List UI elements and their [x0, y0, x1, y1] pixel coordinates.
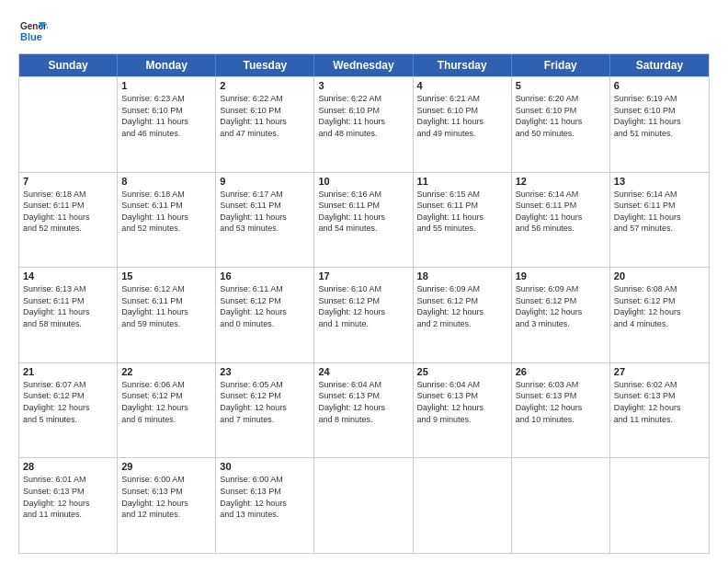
header-day-sunday: Sunday	[19, 54, 118, 76]
day-info: Sunrise: 6:21 AM Sunset: 6:10 PM Dayligh…	[417, 93, 507, 139]
header-day-tuesday: Tuesday	[216, 54, 314, 76]
day-info: Sunrise: 6:09 AM Sunset: 6:12 PM Dayligh…	[417, 283, 507, 329]
day-number: 15	[121, 270, 211, 282]
calendar-header: SundayMondayTuesdayWednesdayThursdayFrid…	[19, 54, 709, 76]
day-number: 30	[220, 461, 310, 472]
header-day-friday: Friday	[512, 54, 610, 76]
day-info: Sunrise: 6:01 AM Sunset: 6:13 PM Dayligh…	[23, 474, 113, 520]
day-info: Sunrise: 6:16 AM Sunset: 6:11 PM Dayligh…	[318, 189, 408, 235]
calendar-cell: 23Sunrise: 6:05 AM Sunset: 6:12 PM Dayli…	[216, 363, 314, 458]
day-number: 6	[614, 80, 705, 91]
header-day-monday: Monday	[118, 54, 216, 76]
day-info: Sunrise: 6:20 AM Sunset: 6:10 PM Dayligh…	[516, 93, 606, 139]
day-number: 14	[23, 270, 113, 282]
header-day-saturday: Saturday	[610, 54, 709, 76]
day-number: 10	[318, 176, 408, 187]
day-number: 26	[516, 366, 606, 377]
calendar: SundayMondayTuesdayWednesdayThursdayFrid…	[18, 53, 710, 554]
day-info: Sunrise: 6:03 AM Sunset: 6:13 PM Dayligh…	[516, 379, 606, 425]
header-day-thursday: Thursday	[414, 54, 512, 76]
day-info: Sunrise: 6:19 AM Sunset: 6:10 PM Dayligh…	[614, 93, 705, 139]
day-info: Sunrise: 6:22 AM Sunset: 6:10 PM Dayligh…	[220, 93, 310, 139]
day-info: Sunrise: 6:06 AM Sunset: 6:12 PM Dayligh…	[121, 379, 211, 425]
logo-icon: General Blue	[18, 17, 48, 46]
day-number: 7	[23, 176, 113, 187]
calendar-cell	[314, 458, 413, 553]
calendar-cell	[19, 77, 118, 172]
day-number: 9	[220, 176, 310, 187]
day-info: Sunrise: 6:13 AM Sunset: 6:11 PM Dayligh…	[23, 283, 113, 329]
calendar-cell: 19Sunrise: 6:09 AM Sunset: 6:12 PM Dayli…	[512, 268, 610, 362]
day-number: 21	[23, 366, 113, 377]
calendar-cell: 3Sunrise: 6:22 AM Sunset: 6:10 PM Daylig…	[314, 77, 413, 172]
day-number: 12	[516, 176, 606, 187]
day-info: Sunrise: 6:00 AM Sunset: 6:13 PM Dayligh…	[121, 474, 211, 520]
calendar-week-2: 14Sunrise: 6:13 AM Sunset: 6:11 PM Dayli…	[19, 267, 709, 362]
day-info: Sunrise: 6:00 AM Sunset: 6:13 PM Dayligh…	[220, 474, 310, 520]
calendar-cell: 17Sunrise: 6:10 AM Sunset: 6:12 PM Dayli…	[314, 268, 413, 362]
day-number: 24	[318, 366, 408, 377]
calendar-cell: 8Sunrise: 6:18 AM Sunset: 6:11 PM Daylig…	[118, 173, 216, 268]
day-info: Sunrise: 6:04 AM Sunset: 6:13 PM Dayligh…	[417, 379, 507, 425]
calendar-cell: 1Sunrise: 6:23 AM Sunset: 6:10 PM Daylig…	[118, 77, 216, 172]
day-info: Sunrise: 6:15 AM Sunset: 6:11 PM Dayligh…	[417, 189, 507, 235]
calendar-cell: 28Sunrise: 6:01 AM Sunset: 6:13 PM Dayli…	[19, 458, 118, 553]
calendar-cell: 6Sunrise: 6:19 AM Sunset: 6:10 PM Daylig…	[610, 77, 709, 172]
day-number: 17	[318, 270, 408, 282]
day-info: Sunrise: 6:05 AM Sunset: 6:12 PM Dayligh…	[220, 379, 310, 425]
day-number: 4	[417, 80, 507, 91]
day-number: 13	[614, 176, 705, 187]
calendar-cell: 7Sunrise: 6:18 AM Sunset: 6:11 PM Daylig…	[19, 173, 118, 268]
calendar-cell: 10Sunrise: 6:16 AM Sunset: 6:11 PM Dayli…	[314, 173, 413, 268]
day-number: 22	[121, 366, 211, 377]
calendar-cell: 27Sunrise: 6:02 AM Sunset: 6:13 PM Dayli…	[610, 363, 709, 458]
day-number: 23	[220, 366, 310, 377]
calendar-cell: 16Sunrise: 6:11 AM Sunset: 6:12 PM Dayli…	[216, 268, 314, 362]
calendar-cell: 14Sunrise: 6:13 AM Sunset: 6:11 PM Dayli…	[19, 268, 118, 362]
day-number: 3	[318, 80, 408, 91]
logo: General Blue	[18, 17, 50, 46]
day-info: Sunrise: 6:09 AM Sunset: 6:12 PM Dayligh…	[516, 283, 606, 329]
day-number: 29	[121, 461, 211, 472]
day-number: 2	[220, 80, 310, 91]
calendar-cell: 26Sunrise: 6:03 AM Sunset: 6:13 PM Dayli…	[512, 363, 610, 458]
svg-text:Blue: Blue	[20, 31, 42, 42]
header-day-wednesday: Wednesday	[314, 54, 413, 76]
day-number: 19	[516, 270, 606, 282]
calendar-cell: 30Sunrise: 6:00 AM Sunset: 6:13 PM Dayli…	[216, 458, 314, 553]
calendar-cell	[610, 458, 709, 553]
day-number: 25	[417, 366, 507, 377]
calendar-cell: 24Sunrise: 6:04 AM Sunset: 6:13 PM Dayli…	[314, 363, 413, 458]
day-number: 27	[614, 366, 705, 377]
calendar-cell: 21Sunrise: 6:07 AM Sunset: 6:12 PM Dayli…	[19, 363, 118, 458]
calendar-cell	[512, 458, 610, 553]
calendar-cell: 9Sunrise: 6:17 AM Sunset: 6:11 PM Daylig…	[216, 173, 314, 268]
day-info: Sunrise: 6:10 AM Sunset: 6:12 PM Dayligh…	[318, 283, 408, 329]
calendar-cell: 25Sunrise: 6:04 AM Sunset: 6:13 PM Dayli…	[414, 363, 512, 458]
day-info: Sunrise: 6:18 AM Sunset: 6:11 PM Dayligh…	[121, 189, 211, 235]
day-info: Sunrise: 6:11 AM Sunset: 6:12 PM Dayligh…	[220, 283, 310, 329]
day-number: 1	[121, 80, 211, 91]
calendar-cell: 18Sunrise: 6:09 AM Sunset: 6:12 PM Dayli…	[414, 268, 512, 362]
calendar-cell: 4Sunrise: 6:21 AM Sunset: 6:10 PM Daylig…	[414, 77, 512, 172]
day-info: Sunrise: 6:17 AM Sunset: 6:11 PM Dayligh…	[220, 189, 310, 235]
calendar-week-1: 7Sunrise: 6:18 AM Sunset: 6:11 PM Daylig…	[19, 172, 709, 268]
calendar-cell: 22Sunrise: 6:06 AM Sunset: 6:12 PM Dayli…	[118, 363, 216, 458]
day-number: 11	[417, 176, 507, 187]
calendar-week-0: 1Sunrise: 6:23 AM Sunset: 6:10 PM Daylig…	[19, 76, 709, 172]
calendar-week-3: 21Sunrise: 6:07 AM Sunset: 6:12 PM Dayli…	[19, 362, 709, 458]
calendar-cell: 20Sunrise: 6:08 AM Sunset: 6:12 PM Dayli…	[610, 268, 709, 362]
calendar-cell: 11Sunrise: 6:15 AM Sunset: 6:11 PM Dayli…	[414, 173, 512, 268]
day-info: Sunrise: 6:14 AM Sunset: 6:11 PM Dayligh…	[614, 189, 705, 235]
calendar-cell: 29Sunrise: 6:00 AM Sunset: 6:13 PM Dayli…	[118, 458, 216, 553]
calendar-body: 1Sunrise: 6:23 AM Sunset: 6:10 PM Daylig…	[19, 76, 709, 553]
day-info: Sunrise: 6:18 AM Sunset: 6:11 PM Dayligh…	[23, 189, 113, 235]
calendar-cell	[414, 458, 512, 553]
day-info: Sunrise: 6:07 AM Sunset: 6:12 PM Dayligh…	[23, 379, 113, 425]
day-number: 20	[614, 270, 705, 282]
day-info: Sunrise: 6:04 AM Sunset: 6:13 PM Dayligh…	[318, 379, 408, 425]
calendar-cell: 13Sunrise: 6:14 AM Sunset: 6:11 PM Dayli…	[610, 173, 709, 268]
day-info: Sunrise: 6:23 AM Sunset: 6:10 PM Dayligh…	[121, 93, 211, 139]
calendar-cell: 2Sunrise: 6:22 AM Sunset: 6:10 PM Daylig…	[216, 77, 314, 172]
day-info: Sunrise: 6:12 AM Sunset: 6:11 PM Dayligh…	[121, 283, 211, 329]
